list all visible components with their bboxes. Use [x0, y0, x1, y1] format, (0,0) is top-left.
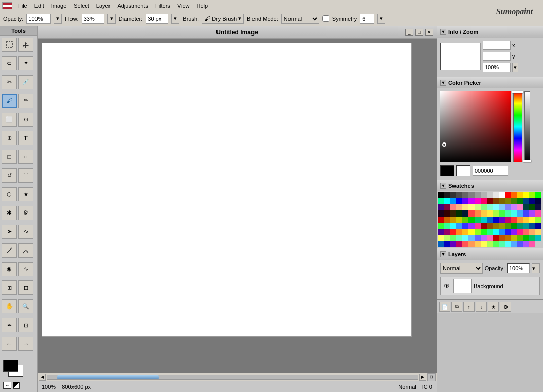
swatch-color[interactable]: [438, 235, 444, 241]
swatch-color[interactable]: [493, 198, 499, 204]
x-coord[interactable]: [483, 41, 511, 50]
tool-brush[interactable]: 🖌: [2, 94, 17, 108]
swatch-color[interactable]: [481, 192, 487, 198]
flow-dropdown[interactable]: ▾: [107, 14, 116, 24]
new-layer-button[interactable]: 📄: [439, 302, 450, 312]
swatch-color[interactable]: [481, 235, 487, 241]
tool-pencil[interactable]: ✏: [18, 94, 33, 108]
swatch-color[interactable]: [468, 229, 475, 235]
y-coord[interactable]: [483, 52, 511, 61]
swatch-color[interactable]: [487, 217, 493, 223]
swatch-color[interactable]: [475, 198, 481, 204]
swatch-color[interactable]: [535, 235, 541, 241]
duplicate-layer-button[interactable]: ⧉: [451, 302, 462, 312]
swatch-color[interactable]: [475, 210, 481, 217]
swatch-color[interactable]: [523, 210, 529, 217]
swatch-color[interactable]: [450, 241, 456, 247]
background-swatch[interactable]: [456, 165, 470, 176]
swatch-color[interactable]: [462, 217, 468, 223]
swatch-color[interactable]: [468, 217, 475, 223]
swatch-color[interactable]: [438, 229, 444, 235]
tool-move[interactable]: [18, 38, 33, 52]
swatch-color[interactable]: [511, 229, 517, 235]
swatch-color[interactable]: [499, 223, 505, 229]
tool-fill[interactable]: ◉: [2, 262, 17, 276]
swatch-color[interactable]: [523, 235, 529, 241]
tool-path[interactable]: ⌒: [18, 168, 33, 183]
swatch-color[interactable]: [444, 210, 450, 217]
swatch-color[interactable]: [450, 217, 456, 223]
swatch-color[interactable]: [517, 192, 523, 198]
tool-heal[interactable]: ∿: [18, 262, 33, 276]
swatch-color[interactable]: [475, 217, 481, 223]
swatch-color[interactable]: [450, 223, 456, 229]
tool-smudge[interactable]: ⊙: [18, 113, 33, 127]
symmetry-value[interactable]: [360, 14, 374, 24]
layer-opacity-dropdown[interactable]: ▾: [532, 263, 540, 273]
tool-spiral[interactable]: ∿: [18, 225, 33, 239]
swatch-color[interactable]: [517, 204, 523, 210]
tool-curve[interactable]: [18, 243, 33, 258]
swatch-color[interactable]: [487, 210, 493, 217]
swatch-color[interactable]: [511, 210, 517, 217]
swatch-color[interactable]: [529, 229, 535, 235]
swatch-color[interactable]: [475, 229, 481, 235]
swatch-color[interactable]: [462, 229, 468, 235]
layers-collapse[interactable]: ▼: [440, 251, 446, 257]
swatch-color[interactable]: [450, 192, 456, 198]
swatch-color[interactable]: [529, 192, 535, 198]
swatch-color[interactable]: [535, 204, 541, 210]
flow-input[interactable]: [82, 14, 104, 24]
diameter-input[interactable]: [146, 14, 168, 24]
scroll-left-button[interactable]: ◀: [39, 374, 46, 381]
swatch-color[interactable]: [523, 241, 529, 247]
swatch-color[interactable]: [462, 235, 468, 241]
swatch-color[interactable]: [456, 235, 462, 241]
menu-image[interactable]: Image: [48, 2, 70, 10]
swatch-color[interactable]: [517, 210, 523, 217]
swatch-color[interactable]: [438, 241, 444, 247]
swatch-color[interactable]: [523, 204, 529, 210]
swatch-color[interactable]: [517, 198, 523, 204]
swatch-color[interactable]: [456, 223, 462, 229]
swatch-color[interactable]: [505, 235, 511, 241]
swatch-color[interactable]: [493, 235, 499, 241]
scroll-track[interactable]: [47, 375, 418, 380]
tool-arrow[interactable]: ➤: [2, 225, 17, 239]
tool-eyedropper[interactable]: 💉: [18, 75, 33, 89]
swatch-color[interactable]: [444, 235, 450, 241]
swatch-color[interactable]: [468, 223, 475, 229]
swatch-color[interactable]: [481, 204, 487, 210]
swatch-color[interactable]: [529, 241, 535, 247]
swatch-color[interactable]: [481, 223, 487, 229]
menu-filters[interactable]: Filters: [152, 2, 173, 10]
swatch-color[interactable]: [475, 223, 481, 229]
tool-text[interactable]: T: [18, 131, 33, 145]
swatch-color[interactable]: [529, 210, 535, 217]
swatch-color[interactable]: [450, 235, 456, 241]
swatches-collapse[interactable]: ▼: [440, 183, 446, 189]
swatch-color[interactable]: [487, 223, 493, 229]
swatch-color[interactable]: [456, 204, 462, 210]
swatch-color[interactable]: [523, 223, 529, 229]
swatch-color[interactable]: [444, 204, 450, 210]
swatch-color[interactable]: [493, 210, 499, 217]
swatch-color[interactable]: [499, 229, 505, 235]
swatch-color[interactable]: [517, 217, 523, 223]
tool-arrow-left[interactable]: ←: [2, 337, 17, 351]
swatch-color[interactable]: [450, 198, 456, 204]
layer-opacity-input[interactable]: [507, 263, 530, 273]
swatch-color[interactable]: [499, 217, 505, 223]
swatch-color[interactable]: [535, 198, 541, 204]
tool-arrow-right[interactable]: →: [18, 337, 33, 351]
scroll-thumb[interactable]: [57, 375, 159, 379]
layers-header[interactable]: ▼ Layers: [437, 248, 543, 260]
swatch-color[interactable]: [444, 192, 450, 198]
color-gradient-picker[interactable]: [440, 91, 511, 162]
swatch-color[interactable]: [462, 210, 468, 217]
opacity-input[interactable]: [26, 14, 51, 24]
swatch-color[interactable]: [450, 204, 456, 210]
tool-hand[interactable]: ✋: [2, 299, 17, 313]
menu-view[interactable]: View: [174, 2, 193, 10]
swatch-color[interactable]: [487, 192, 493, 198]
